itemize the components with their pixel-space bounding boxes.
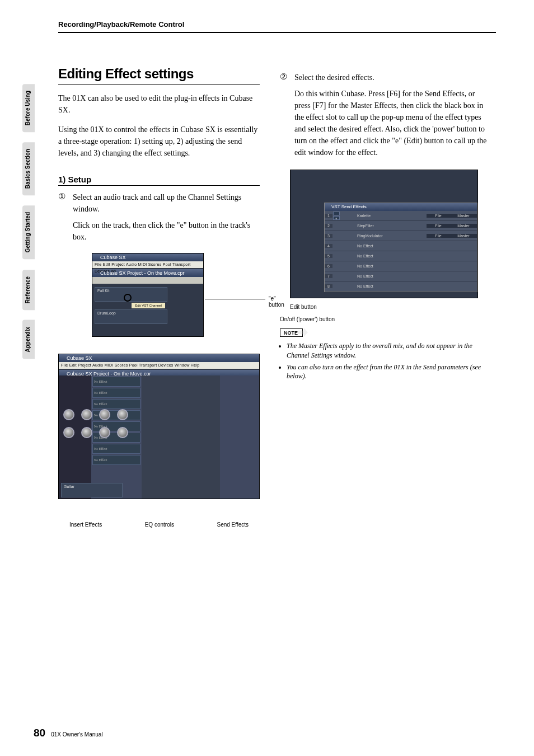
vst-row-5-num: 5 bbox=[325, 254, 332, 258]
figure-cubase-project-small: Cubase SX File Edit Project Audio MIDI S… bbox=[92, 253, 204, 337]
vst-row-5: 5No Effect bbox=[325, 251, 477, 261]
vst-row-1-master: Master bbox=[450, 214, 477, 218]
vst-row-8: 8No Effect bbox=[325, 281, 477, 292]
fig2-titlebar: Cubase SX bbox=[59, 354, 259, 362]
fig2-inner: No Effect No Effect No Effect No Effect … bbox=[59, 375, 259, 499]
footer-text: 01X Owner's Manual bbox=[51, 731, 103, 738]
fig2-labels: Insert Effects EQ controls Send Effects bbox=[58, 522, 260, 528]
callout-power-button: On/off ('power') button bbox=[280, 316, 335, 322]
vst-row-2-name: StepFilter bbox=[355, 224, 427, 228]
vst-row-8-name: No Effect bbox=[332, 284, 477, 288]
vst-row-4-name: No Effect bbox=[332, 244, 477, 248]
vst-row-3-num: 3 bbox=[325, 234, 332, 238]
step-1-text-b: Click on the track, then click the "e" b… bbox=[73, 219, 260, 243]
eq-knob bbox=[117, 427, 128, 438]
fig1-track-2: DrumLoop bbox=[95, 309, 167, 324]
step-2-text-a: Select the desired effects. bbox=[294, 72, 489, 83]
setup-heading: 1) Setup bbox=[58, 175, 260, 186]
note-list: The Master Effects apply to the overall … bbox=[280, 341, 489, 381]
step-2-number: ② bbox=[280, 72, 290, 163]
step-2-body: Select the desired effects. Do this with… bbox=[294, 72, 489, 163]
left-column: Editing Effect settings The 01X can also… bbox=[58, 66, 260, 499]
fig2-menubar: File Edit Project Audio MIDI Scores Pool… bbox=[59, 362, 259, 369]
sidebar-tab-basics: Basics Section bbox=[22, 142, 35, 195]
fig2-eq-column bbox=[142, 375, 220, 499]
callout-edit-button: Edit button bbox=[290, 304, 317, 310]
vst-row-1-file: File bbox=[427, 214, 450, 218]
eq-knob bbox=[81, 409, 92, 420]
sidebar-tabs: Before Using Basics Section Getting Star… bbox=[22, 84, 35, 359]
step-1-body: Select an audio track and call up the Ch… bbox=[73, 191, 260, 247]
fig1-toolbar bbox=[92, 277, 203, 284]
vst-row-6: 6No Effect bbox=[325, 261, 477, 271]
fig1-leader bbox=[205, 299, 265, 299]
fig1-menubar: File Edit Project Audio MIDI Scores Pool… bbox=[92, 261, 203, 268]
eq-knob bbox=[81, 427, 92, 438]
note-badge: NOTE bbox=[280, 328, 303, 337]
fig2-insert-7: No Effect bbox=[92, 444, 140, 454]
vst-row-7-num: 7 bbox=[325, 274, 332, 278]
note-item-2: You can also turn on the effect from the… bbox=[287, 363, 489, 382]
vst-row-4: 4No Effect bbox=[325, 241, 477, 251]
vst-row-7-name: No Effect bbox=[332, 274, 477, 278]
vst-row-4-num: 4 bbox=[325, 244, 332, 248]
sidebar-tab-reference: Reference bbox=[22, 270, 35, 310]
vst-row-1-num: 1 bbox=[325, 214, 332, 218]
fig2-send-column bbox=[220, 375, 259, 499]
eq-knob bbox=[99, 427, 110, 438]
sidebar-tab-appendix: Appendix bbox=[22, 320, 35, 359]
vst-row-3: 3 RingModulator File Master bbox=[325, 231, 477, 241]
edit-icon: e bbox=[333, 216, 340, 220]
eq-knob bbox=[99, 409, 110, 420]
fig2-insert-3: No Effect bbox=[92, 399, 140, 409]
running-head: Recording/Playback/Remote Control bbox=[58, 20, 496, 29]
page-number: 80 bbox=[34, 727, 45, 739]
vst-row-3-file: File bbox=[427, 234, 450, 238]
fig1-titlebar: Cubase SX bbox=[92, 253, 203, 261]
fig2-track-guitar: Guitar bbox=[61, 483, 123, 497]
power-icon bbox=[333, 212, 340, 215]
eq-knob bbox=[63, 427, 74, 438]
step-1-text-a: Select an audio track and call up the Ch… bbox=[73, 191, 260, 215]
vst-title: VST Send Effects bbox=[325, 203, 477, 211]
sidebar-tab-getting-started: Getting Started bbox=[22, 205, 35, 259]
figure-channel-settings: Cubase SX File Edit Project Audio MIDI S… bbox=[58, 354, 260, 499]
vst-row-8-num: 8 bbox=[325, 284, 332, 288]
step-2-text-b: Do this within Cubase. Press [F6] for th… bbox=[294, 88, 489, 158]
header-rule bbox=[58, 32, 496, 33]
fig1-e-button-circle bbox=[124, 294, 132, 302]
sidebar-tab-before-using: Before Using bbox=[22, 84, 35, 132]
step-2: ② Select the desired effects. Do this wi… bbox=[280, 72, 489, 163]
section-heading: Editing Effect settings bbox=[58, 66, 260, 84]
vst-row-6-name: No Effect bbox=[332, 264, 477, 268]
vst-row-2: 2 StepFilter File Master bbox=[325, 221, 477, 231]
intro-para-1: The 01X can also be used to edit the plu… bbox=[58, 92, 260, 116]
fig2-insert-8: No Effect bbox=[92, 455, 140, 465]
note-item-1: The Master Effects apply to the overall … bbox=[287, 341, 489, 360]
page-header: Recording/Playback/Remote Control bbox=[58, 20, 496, 33]
fig2-label-sends: Send Effects bbox=[217, 522, 249, 528]
step-1: ① Select an audio track and call up the … bbox=[58, 191, 260, 247]
fig2-insert-2: No Effect bbox=[92, 388, 140, 398]
vst-row-2-master: Master bbox=[450, 224, 477, 228]
vst-row-6-num: 6 bbox=[325, 264, 332, 268]
vst-row-2-num: 2 bbox=[325, 224, 332, 228]
vst-row-1-name: Karlette bbox=[355, 214, 427, 218]
intro-para-2: Using the 01X to control the effects in … bbox=[58, 124, 260, 159]
fig2-label-eq: EQ controls bbox=[145, 522, 174, 528]
vst-row-2-file: File bbox=[427, 224, 450, 228]
vst-row-3-name: RingModulator bbox=[355, 234, 427, 238]
fig1-tooltip: Edit VST Channel bbox=[132, 303, 165, 308]
vst-row-5-name: No Effect bbox=[332, 254, 477, 258]
step-1-number: ① bbox=[58, 191, 68, 247]
fig2-insert-1: No Effect bbox=[92, 377, 140, 387]
right-column: ② Select the desired effects. Do this wi… bbox=[280, 72, 489, 383]
eq-knob bbox=[117, 409, 128, 420]
vst-row-3-master: Master bbox=[450, 234, 477, 238]
vst-row-1: 1 e Karlette File Master bbox=[325, 211, 477, 221]
eq-knob bbox=[63, 409, 74, 420]
fig1-project-title: Cubase SX Project - On the Move.cpr bbox=[92, 269, 203, 277]
fig2-label-inserts: Insert Effects bbox=[69, 522, 102, 528]
page-footer: 80 01X Owner's Manual bbox=[34, 727, 103, 739]
figure-vst-send-effects: VST Send Effects 1 e Karlette File Maste… bbox=[290, 170, 478, 298]
